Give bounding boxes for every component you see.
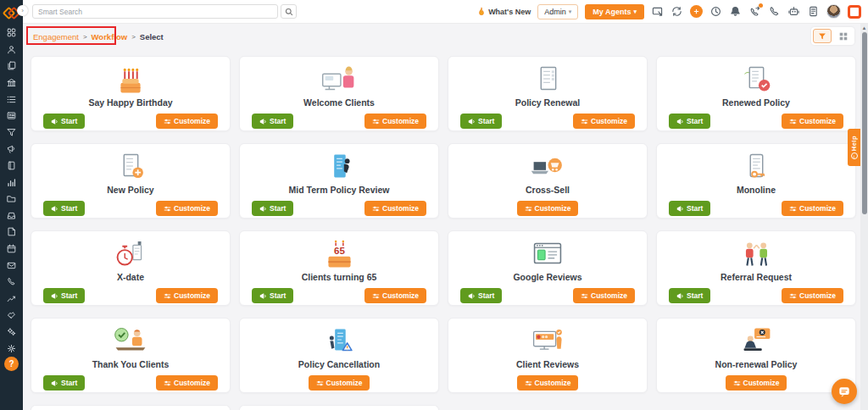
- sidebar-nav: [5, 28, 18, 353]
- customize-button[interactable]: Customize: [517, 375, 579, 391]
- start-button[interactable]: Start: [252, 114, 293, 129]
- calendar-icon: [7, 244, 16, 253]
- card-actions: StartCustomize: [31, 114, 230, 129]
- card-actions: StartCustomize: [657, 288, 855, 303]
- scrollbar-thumb[interactable]: [862, 32, 867, 214]
- history-button[interactable]: [709, 5, 722, 18]
- card-actions: Customize: [657, 375, 855, 391]
- sidebar-item-knowledge-base[interactable]: [5, 160, 18, 170]
- start-button[interactable]: Start: [252, 288, 293, 303]
- sidebar-item-companies[interactable]: [5, 78, 18, 88]
- customize-button[interactable]: Customize: [156, 201, 218, 216]
- card-actions: Customize: [448, 201, 647, 216]
- my-agents-button[interactable]: My Agents ▾: [585, 4, 644, 19]
- customize-icon: [789, 118, 797, 125]
- customize-button[interactable]: Customize: [517, 201, 579, 216]
- sidebar-item-calls[interactable]: [5, 277, 18, 287]
- start-button[interactable]: Start: [43, 114, 85, 129]
- customize-button[interactable]: Customize: [364, 201, 426, 216]
- start-button[interactable]: Start: [460, 114, 502, 129]
- sidebar-item-calendar[interactable]: [5, 243, 18, 253]
- add-button[interactable]: [690, 5, 703, 18]
- breadcrumb-engagement[interactable]: Engagement: [33, 32, 79, 42]
- sidebar-item-dashboard[interactable]: [5, 28, 18, 38]
- card-title: New Policy: [107, 185, 153, 195]
- customize-button[interactable]: Customize: [364, 114, 426, 129]
- whats-new-link[interactable]: What's New: [477, 7, 531, 17]
- sidebar-item-settings[interactable]: [5, 343, 18, 353]
- sidebar-item-inbox[interactable]: [5, 210, 18, 220]
- customize-button[interactable]: Customize: [782, 201, 843, 216]
- page-scrollbar[interactable]: ▲: [860, 24, 868, 410]
- customize-button[interactable]: Customize: [782, 288, 843, 303]
- breadcrumb-workflow[interactable]: Workflow: [92, 32, 128, 42]
- sidebar-item-analytics[interactable]: [5, 177, 18, 187]
- filter-view-toggle[interactable]: [813, 29, 832, 43]
- cake-65-illustration: 65: [316, 231, 362, 270]
- chat-launcher-button[interactable]: [832, 379, 857, 404]
- flame-icon: [477, 7, 486, 17]
- help-tab-label: Help: [850, 136, 858, 151]
- start-button[interactable]: Start: [43, 375, 85, 391]
- grid-view-toggle[interactable]: [834, 29, 853, 43]
- help-side-tab[interactable]: Help i: [848, 129, 860, 166]
- start-icon: [468, 292, 476, 300]
- start-button[interactable]: Start: [252, 201, 293, 216]
- sidebar-item-integrations[interactable]: [5, 326, 18, 336]
- admin-dropdown[interactable]: Admin ▾: [537, 4, 578, 19]
- customize-button[interactable]: Customize: [726, 375, 787, 391]
- sidebar-item-reports[interactable]: [5, 293, 18, 303]
- sidebar-help-button[interactable]: ?: [4, 357, 19, 371]
- sidebar-item-filters[interactable]: [5, 127, 18, 137]
- notifications-button[interactable]: [729, 5, 742, 18]
- start-button[interactable]: Start: [669, 114, 710, 129]
- list-icon: [7, 95, 16, 104]
- customize-button[interactable]: Customize: [309, 375, 370, 391]
- card-title: Clients turning 65: [302, 272, 377, 282]
- start-icon: [51, 380, 58, 387]
- sidebar-item-lists[interactable]: [5, 94, 18, 104]
- card-actions: Customize: [448, 375, 647, 391]
- notes-button[interactable]: [807, 5, 820, 18]
- customize-button[interactable]: Customize: [573, 114, 635, 129]
- card-title: Monoline: [737, 185, 776, 195]
- workflow-card: New Policy StartCustomize: [31, 143, 231, 219]
- file-icon: [7, 227, 16, 236]
- sync-button[interactable]: [670, 5, 683, 18]
- customize-button[interactable]: Customize: [156, 288, 218, 303]
- bot-button[interactable]: [787, 5, 800, 18]
- customize-button[interactable]: Customize: [782, 114, 843, 129]
- sidebar-item-documents[interactable]: [5, 227, 18, 237]
- user-avatar[interactable]: [826, 4, 841, 19]
- sidebar-item-contacts[interactable]: [5, 44, 18, 54]
- customize-button[interactable]: Customize: [573, 288, 635, 303]
- app-logo-icon[interactable]: [848, 5, 861, 19]
- start-button[interactable]: Start: [43, 288, 85, 303]
- start-button[interactable]: Start: [460, 288, 502, 303]
- two-people-illustration: [733, 231, 779, 270]
- sidebar-item-email[interactable]: [5, 260, 18, 270]
- search-input[interactable]: [32, 4, 278, 19]
- sidebar-item-policies[interactable]: [5, 61, 18, 71]
- sidebar-item-campaigns[interactable]: [5, 144, 18, 154]
- start-button[interactable]: Start: [43, 201, 85, 216]
- customize-button[interactable]: Customize: [156, 114, 218, 129]
- start-icon: [51, 118, 58, 125]
- sidebar-expand-toggle[interactable]: ›: [17, 5, 28, 16]
- dialer-button[interactable]: [768, 5, 781, 18]
- scrollbar-up-arrow[interactable]: ▲: [861, 24, 867, 32]
- customize-button[interactable]: Customize: [156, 375, 218, 391]
- copy-icon: [7, 61, 16, 70]
- screen-share-button[interactable]: [651, 5, 664, 18]
- start-icon: [468, 118, 476, 125]
- sidebar-item-engagement[interactable]: [5, 310, 18, 320]
- sidebar-item-file-manager[interactable]: [5, 194, 18, 204]
- chevron-down-icon: ▾: [569, 8, 572, 15]
- search-button[interactable]: [281, 4, 297, 19]
- customize-button[interactable]: Customize: [364, 288, 426, 303]
- robot-icon: [788, 6, 799, 17]
- sidebar-item-account-card[interactable]: [5, 111, 18, 121]
- start-button[interactable]: Start: [669, 288, 710, 303]
- start-button[interactable]: Start: [669, 201, 710, 216]
- call-forward-button[interactable]: [748, 5, 761, 18]
